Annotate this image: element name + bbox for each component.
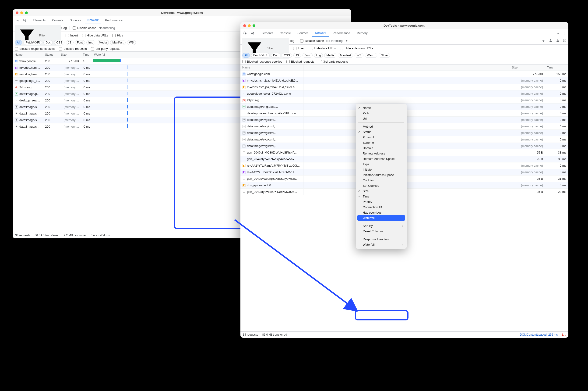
table-row[interactable]: ◧m=cdos,hsm,jsa,mb4ZUb,d,csi,cEt9...(mem…	[240, 84, 568, 91]
table-row[interactable]: ▤www.google.com77.5 kB156 ms	[240, 71, 568, 77]
tab-memory[interactable]: Memory	[354, 29, 370, 37]
tab-network[interactable]: Network	[85, 16, 102, 24]
chip-js[interactable]: JS	[66, 40, 73, 45]
blocked-requests-check[interactable]: Blocked requests	[59, 47, 87, 50]
menu-item-time[interactable]: Time	[356, 194, 407, 199]
menu-item-scheme[interactable]: Scheme	[356, 140, 407, 145]
col-time[interactable]: Time	[81, 52, 92, 58]
gear-icon[interactable]	[563, 39, 567, 43]
header-context-menu[interactable]: NamePathUrlMethodStatusProtocolSchemeDom…	[356, 104, 407, 249]
chip-img[interactable]: Img	[86, 40, 95, 45]
menu-item-connection-id[interactable]: Connection ID	[356, 204, 407, 210]
third-party-check[interactable]: 3rd-party requests	[91, 47, 121, 50]
chip-media[interactable]: Media	[97, 40, 109, 45]
invert-check[interactable]: Invert	[293, 47, 306, 50]
chip-font[interactable]: Font	[303, 53, 313, 58]
kebab-icon[interactable]: ⋮	[563, 31, 566, 35]
menu-item-status[interactable]: Status	[356, 129, 407, 135]
tab-sources[interactable]: Sources	[67, 16, 84, 24]
menu-item-sort-by[interactable]: Sort By	[356, 223, 407, 229]
menu-item-method[interactable]: Method	[356, 124, 407, 129]
menu-item-path[interactable]: Path	[356, 110, 407, 116]
titlebar[interactable]: DevTools - www.google.com/	[13, 9, 351, 16]
chip-js[interactable]: JS	[293, 53, 301, 58]
disable-cache-check[interactable]: Disable cache	[300, 39, 324, 43]
tab-performance[interactable]: Performance	[330, 29, 353, 37]
zoom-icon[interactable]	[25, 11, 28, 14]
minimize-icon[interactable]	[20, 11, 23, 14]
hide-ext-urls-check[interactable]: Hide extension URLs	[340, 47, 373, 50]
menu-item-remote-address[interactable]: Remote Address	[356, 151, 407, 156]
menu-item-initiator-address-space[interactable]: Initiator Address Space	[356, 172, 407, 178]
close-icon[interactable]	[243, 24, 246, 27]
chevron-down-icon[interactable]: ▾	[346, 39, 348, 43]
inspect-icon[interactable]	[14, 18, 21, 22]
menu-item-set-cookies[interactable]: Set Cookies	[356, 183, 407, 188]
filter-input[interactable]	[39, 33, 60, 37]
invert-check[interactable]: Invert	[65, 34, 78, 37]
menu-item-priority[interactable]: Priority	[356, 199, 407, 204]
tab-console[interactable]: Console	[277, 29, 294, 37]
more-tabs-icon[interactable]: »	[557, 31, 559, 35]
col-size[interactable]: Size	[510, 65, 545, 71]
chip-wasm[interactable]: Wasm	[365, 53, 377, 58]
chip-fetchxhr[interactable]: Fetch/XHR	[24, 40, 42, 45]
network-conditions-icon[interactable]	[542, 39, 545, 43]
tab-elements[interactable]: Elements	[30, 16, 48, 24]
blocked-response-check[interactable]: Blocked response cookies	[242, 60, 282, 63]
chip-css[interactable]: CSS	[282, 53, 292, 58]
close-icon[interactable]	[16, 11, 18, 14]
chip-css[interactable]: CSS	[54, 40, 65, 45]
col-status[interactable]: Status	[43, 52, 59, 58]
col-name[interactable]: Name	[240, 65, 303, 71]
tab-network[interactable]: Network	[312, 29, 329, 37]
third-party-check[interactable]: 3rd-party requests	[319, 60, 348, 63]
chip-font[interactable]: Font	[75, 40, 85, 45]
menu-item-protocol[interactable]: Protocol	[356, 135, 407, 140]
throttling-select[interactable]: No throttling	[326, 39, 343, 43]
chip-ws[interactable]: WS	[355, 53, 363, 58]
col-time[interactable]: Time	[545, 65, 568, 71]
upload-icon[interactable]	[549, 39, 553, 43]
titlebar[interactable]: DevTools - www.google.com/	[240, 22, 568, 29]
chip-doc[interactable]: Doc	[271, 53, 280, 58]
hide-data-urls-check[interactable]: Hide data URLs	[310, 47, 336, 50]
grid-header[interactable]: Name Size Time	[240, 65, 568, 71]
inspect-icon[interactable]	[242, 31, 248, 35]
menu-item-remote-address-space[interactable]: Remote Address Space	[356, 156, 407, 162]
device-icon[interactable]	[22, 18, 28, 22]
col-name[interactable]: Name	[13, 52, 43, 58]
menu-item-type[interactable]: Type	[356, 162, 407, 167]
menu-item-name[interactable]: Name	[356, 105, 407, 110]
tab-performance[interactable]: Performance	[102, 16, 125, 24]
menu-item-initiator[interactable]: Initiator	[356, 167, 407, 172]
chip-ws[interactable]: WS	[127, 40, 136, 45]
chip-all[interactable]: All	[242, 53, 250, 58]
blocked-response-check[interactable]: Blocked response cookies	[15, 47, 55, 50]
chip-manifest[interactable]: Manifest	[338, 53, 353, 58]
chip-img[interactable]: Img	[314, 53, 323, 58]
table-row[interactable]: ⋯googlelogo_color_272x92dp.png(memory ca…	[240, 91, 568, 97]
throttling-label[interactable]: No throttling	[99, 26, 115, 30]
menu-item-response-headers[interactable]: Response Headers	[356, 236, 407, 242]
chip-media[interactable]: Media	[324, 53, 336, 58]
tab-sources[interactable]: Sources	[295, 29, 311, 37]
disable-cache-check[interactable]: Disable cache	[72, 26, 96, 30]
tab-console[interactable]: Console	[49, 16, 66, 24]
tab-elements[interactable]: Elements	[258, 29, 276, 37]
chip-manifest[interactable]: Manifest	[110, 40, 125, 45]
hide-short-check[interactable]: Hide	[112, 34, 123, 37]
chip-all[interactable]: All	[15, 40, 22, 45]
menu-item-size[interactable]: Size	[356, 188, 407, 194]
table-row[interactable]: ◧m=cdos,hsm,jsa,mb4ZUb,d,csi,cEt9...(mem…	[240, 77, 568, 84]
device-icon[interactable]	[249, 31, 256, 35]
menu-item-waterfall[interactable]: Waterfall	[357, 215, 405, 221]
download-icon[interactable]	[556, 39, 560, 43]
filter-input[interactable]	[266, 46, 287, 50]
menu-item-domain[interactable]: Domain	[356, 145, 407, 151]
chip-doc[interactable]: Doc	[43, 40, 53, 45]
chip-other[interactable]: Other	[379, 53, 390, 58]
menu-item-reset-columns[interactable]: Reset Columns	[356, 229, 407, 234]
col-size[interactable]: Size	[59, 52, 81, 58]
minimize-icon[interactable]	[248, 24, 251, 27]
